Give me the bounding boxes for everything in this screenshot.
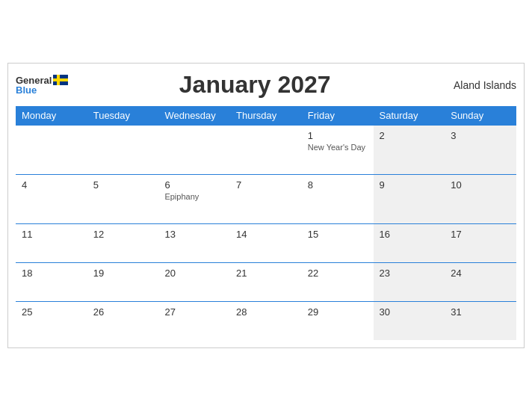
day-number: 26	[93, 306, 153, 318]
calendar-cell: 18	[16, 263, 87, 302]
day-number: 30	[380, 306, 439, 318]
day-number: 4	[22, 179, 81, 191]
calendar-cell: 1New Year's Day	[302, 126, 374, 175]
calendar-title: January 2027	[68, 71, 442, 99]
day-number: 10	[451, 179, 510, 191]
calendar-header-row: Monday Tuesday Wednesday Thursday Friday…	[16, 106, 516, 126]
calendar-cell: 9	[374, 175, 445, 224]
day-number: 3	[451, 130, 510, 141]
calendar-week-row: 1New Year's Day23	[16, 126, 516, 175]
calendar-cell: 17	[445, 224, 516, 263]
calendar-cell: 8	[302, 175, 374, 224]
day-number: 31	[451, 306, 510, 318]
calendar-cell: 16	[374, 224, 445, 263]
logo-general-text: General	[16, 75, 52, 85]
day-number: 29	[308, 306, 368, 318]
day-number: 11	[22, 229, 81, 240]
calendar-week-row: 456Epiphany78910	[16, 175, 516, 224]
col-sunday: Sunday	[445, 106, 516, 126]
day-number: 6	[164, 179, 224, 191]
calendar-cell	[16, 126, 87, 175]
calendar-cell: 15	[302, 224, 374, 263]
day-number: 19	[93, 268, 153, 279]
calendar-cell: 24	[445, 263, 516, 302]
day-number: 22	[308, 268, 368, 279]
day-number: 7	[236, 179, 296, 191]
calendar-cell: 31	[445, 302, 516, 341]
col-friday: Friday	[302, 106, 374, 126]
calendar-cell: 27	[158, 302, 230, 341]
day-number: 17	[451, 229, 510, 240]
calendar-container: General Blue January 2027 Aland Islands …	[7, 63, 525, 348]
calendar-cell: 10	[445, 175, 516, 224]
calendar-cell: 3	[445, 126, 516, 175]
calendar-cell: 12	[87, 224, 159, 263]
calendar-cell: 22	[302, 263, 374, 302]
calendar-cell	[87, 126, 159, 175]
day-number: 21	[236, 268, 296, 279]
calendar-cell: 29	[302, 302, 374, 341]
calendar-cell: 6Epiphany	[158, 175, 230, 224]
svg-rect-1	[53, 78, 68, 81]
logo-blue-text: Blue	[16, 85, 37, 95]
day-number: 27	[164, 306, 224, 318]
col-monday: Monday	[16, 106, 87, 126]
col-wednesday: Wednesday	[158, 106, 230, 126]
calendar-table: Monday Tuesday Wednesday Thursday Friday…	[16, 106, 516, 340]
day-number: 18	[22, 268, 81, 279]
calendar-cell	[230, 126, 302, 175]
col-thursday: Thursday	[230, 106, 302, 126]
col-saturday: Saturday	[374, 106, 445, 126]
calendar-week-row: 11121314151617	[16, 224, 516, 263]
holiday-label: New Year's Day	[308, 143, 368, 152]
calendar-cell: 4	[16, 175, 87, 224]
calendar-cell: 5	[87, 175, 159, 224]
calendar-cell: 7	[230, 175, 302, 224]
calendar-cell: 2	[374, 126, 445, 175]
day-number: 23	[380, 268, 439, 279]
calendar-cell: 25	[16, 302, 87, 341]
day-number: 13	[164, 229, 224, 240]
day-number: 8	[308, 179, 368, 191]
calendar-cell: 28	[230, 302, 302, 341]
calendar-cell: 20	[158, 263, 230, 302]
day-number: 28	[236, 306, 296, 318]
day-number: 2	[380, 130, 439, 141]
calendar-cell: 19	[87, 263, 159, 302]
calendar-cell: 13	[158, 224, 230, 263]
holiday-label: Epiphany	[164, 192, 224, 201]
calendar-cell: 30	[374, 302, 445, 341]
calendar-week-row: 25262728293031	[16, 302, 516, 341]
calendar-header: General Blue January 2027 Aland Islands	[16, 71, 516, 99]
day-number: 9	[380, 179, 439, 191]
region-label: Aland Islands	[442, 79, 516, 91]
day-number: 16	[380, 229, 439, 240]
day-number: 25	[22, 306, 81, 318]
day-number: 1	[308, 130, 368, 141]
calendar-cell: 14	[230, 224, 302, 263]
logo-flag-icon	[53, 75, 68, 85]
calendar-cell: 23	[374, 263, 445, 302]
day-number: 20	[164, 268, 224, 279]
calendar-cell: 21	[230, 263, 302, 302]
col-tuesday: Tuesday	[87, 106, 159, 126]
calendar-cell: 26	[87, 302, 159, 341]
day-number: 24	[451, 268, 510, 279]
day-number: 15	[308, 229, 368, 240]
day-number: 14	[236, 229, 296, 240]
logo: General Blue	[16, 75, 68, 95]
calendar-cell: 11	[16, 224, 87, 263]
day-number: 12	[93, 229, 153, 240]
calendar-week-row: 18192021222324	[16, 263, 516, 302]
day-number: 5	[93, 179, 153, 191]
calendar-cell	[158, 126, 230, 175]
svg-rect-2	[57, 75, 60, 85]
